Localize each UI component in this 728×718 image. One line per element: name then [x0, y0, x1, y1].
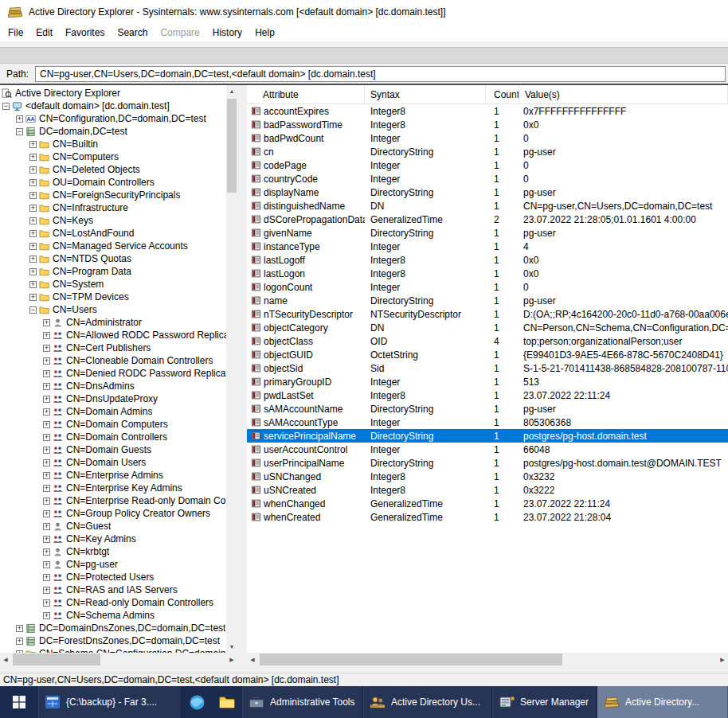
attribute-row[interactable]: badPasswordTimeInteger810x0: [247, 118, 728, 131]
expand-icon[interactable]: +: [43, 383, 50, 390]
scroll-up-icon[interactable]: ▲: [226, 85, 237, 97]
attribute-row[interactable]: lastLogoffInteger810x0: [247, 253, 728, 267]
attribute-row[interactable]: objectClassOID4top;person;organizational…: [247, 334, 728, 348]
table-horizontal-scrollbar[interactable]: ◀ ▶: [247, 653, 728, 666]
attribute-row[interactable]: userPrincipalNameDirectoryString1postgre…: [247, 456, 728, 470]
tree-item[interactable]: +CN=Denied RODC Password Replication: [0, 367, 226, 380]
taskbar-far-button[interactable]: {C:\backup} - Far 3....: [38, 686, 182, 718]
scrollbar-track[interactable]: [11, 653, 226, 666]
attribute-row[interactable]: objectSidSid1S-1-5-21-701411438-86858482…: [247, 361, 728, 375]
column-header-count[interactable]: Count: [486, 85, 519, 103]
tree-item[interactable]: +CN=Keys: [0, 214, 226, 227]
menu-search[interactable]: Search: [111, 25, 154, 41]
expand-icon[interactable]: +: [43, 345, 50, 352]
attribute-row[interactable]: countryCodeInteger10: [247, 172, 728, 185]
tree-item[interactable]: +CN=Key Admins: [0, 533, 226, 545]
vertical-scrollbar-thumb[interactable]: [227, 99, 237, 193]
horizontal-scrollbar-thumb[interactable]: [13, 654, 100, 665]
expand-icon[interactable]: +: [43, 587, 50, 594]
column-header-attribute[interactable]: Attribute: [247, 85, 365, 103]
scroll-left-icon[interactable]: ◀: [0, 654, 11, 665]
collapse-icon[interactable]: −: [16, 128, 23, 135]
menu-history[interactable]: History: [206, 25, 249, 41]
tree-vertical-scrollbar[interactable]: ▲ ▼: [226, 85, 237, 653]
expand-icon[interactable]: +: [29, 166, 37, 174]
tree-item[interactable]: +CN=krbtgt: [0, 545, 226, 558]
expand-icon[interactable]: +: [43, 523, 50, 530]
attribute-row[interactable]: nameDirectoryString1pg-user: [247, 294, 728, 307]
menu-favorites[interactable]: Favorites: [59, 25, 111, 41]
attribute-row[interactable]: lastLogonInteger810x0: [247, 267, 728, 280]
attribute-row[interactable]: logonCountInteger10: [247, 280, 728, 294]
expand-icon[interactable]: +: [43, 574, 50, 581]
taskbar-server-manager-button[interactable]: Server Manager: [492, 686, 597, 718]
expand-icon[interactable]: +: [16, 115, 23, 123]
expand-icon[interactable]: +: [43, 561, 50, 568]
tree-item[interactable]: +CN=Enterprise Read-only Domain Cont: [0, 494, 226, 507]
column-header-syntax[interactable]: Syntax: [365, 85, 486, 103]
attribute-row[interactable]: givenNameDirectoryString1pg-user: [247, 226, 728, 240]
tree-item[interactable]: +CN=Administrator: [0, 316, 226, 329]
menu-help[interactable]: Help: [249, 25, 281, 41]
attribute-row[interactable]: codePageInteger10: [247, 158, 728, 172]
expand-icon[interactable]: +: [43, 421, 50, 428]
tree-item[interactable]: +CN=LostAndFound: [0, 227, 226, 240]
tree-item[interactable]: +CN=pg-user: [0, 558, 226, 571]
expand-icon[interactable]: +: [43, 396, 50, 403]
attribute-row[interactable]: nTSecurityDescriptorNTSecurityDescriptor…: [247, 307, 728, 321]
attribute-row[interactable]: userAccountControlInteger166048: [247, 443, 728, 456]
column-header-values[interactable]: Value(s): [519, 85, 728, 103]
attribute-row[interactable]: dSCorePropagationDataGeneralizedTime223.…: [247, 213, 728, 226]
attribute-row[interactable]: uSNChangedInteger810x3232: [247, 470, 728, 483]
panel-splitter[interactable]: [237, 85, 247, 666]
horizontal-scrollbar-thumb[interactable]: [260, 654, 562, 665]
tree-item[interactable]: +CN=Read-only Domain Controllers: [0, 596, 226, 609]
attribute-row[interactable]: displayNameDirectoryString1pg-user: [247, 185, 728, 199]
tree-item[interactable]: +AACN=Configuration,DC=domain,DC=test: [0, 112, 226, 125]
tree-item[interactable]: +CN=NTDS Quotas: [0, 252, 226, 265]
menu-file[interactable]: File: [2, 25, 29, 41]
tree-item[interactable]: +CN=Guest: [0, 520, 226, 533]
taskbar-file-explorer-button[interactable]: [212, 686, 242, 718]
attribute-row[interactable]: distinguishedNameDN1CN=pg-user,CN=Users,…: [247, 199, 728, 213]
tree-item[interactable]: +CN=Domain Users: [0, 456, 226, 469]
expand-icon[interactable]: +: [43, 472, 50, 479]
expand-icon[interactable]: +: [43, 612, 50, 619]
scroll-right-icon[interactable]: ▶: [717, 654, 728, 665]
expand-icon[interactable]: +: [29, 141, 37, 148]
tree-item[interactable]: +CN=Domain Controllers: [0, 431, 226, 443]
expand-icon[interactable]: +: [43, 599, 50, 607]
tree-item[interactable]: +CN=Domain Admins: [0, 405, 226, 418]
attribute-row[interactable]: cnDirectoryString1pg-user: [247, 145, 728, 158]
tree-item[interactable]: +CN=Domain Guests: [0, 443, 226, 456]
expand-icon[interactable]: +: [29, 192, 37, 199]
path-input[interactable]: [35, 66, 726, 82]
expand-icon[interactable]: +: [43, 447, 50, 454]
expand-icon[interactable]: +: [16, 638, 23, 645]
attribute-row[interactable]: primaryGroupIDInteger1513: [247, 375, 728, 388]
attribute-row[interactable]: sAMAccountTypeInteger1805306368: [247, 416, 728, 429]
tree-item[interactable]: +DC=DomainDnsZones,DC=domain,DC=test: [0, 622, 226, 634]
tree-item[interactable]: +CN=Enterprise Key Admins: [0, 482, 226, 494]
expand-icon[interactable]: +: [29, 205, 37, 212]
expand-icon[interactable]: +: [29, 294, 37, 301]
scroll-down-icon[interactable]: ▼: [226, 641, 237, 653]
tree-item[interactable]: +CN=Computers: [0, 150, 226, 163]
tree-item[interactable]: +CN=Enterprise Admins: [0, 469, 226, 482]
expand-icon[interactable]: +: [43, 434, 50, 441]
expand-icon[interactable]: +: [29, 243, 37, 250]
tree-item[interactable]: +CN=Allowed RODC Password Replicatio: [0, 329, 226, 341]
tree-horizontal-scrollbar[interactable]: ◀ ▶: [0, 653, 237, 666]
tree-item[interactable]: +CN=Program Data: [0, 265, 226, 278]
attribute-row[interactable]: instanceTypeInteger14: [247, 240, 728, 253]
tree-item[interactable]: +CN=Group Policy Creator Owners: [0, 507, 226, 520]
expand-icon[interactable]: +: [43, 319, 50, 326]
expand-icon[interactable]: +: [29, 217, 37, 224]
taskbar-ad-users-button[interactable]: Active Directory Us...: [363, 686, 492, 718]
attribute-row[interactable]: uSNCreatedInteger810x3222: [247, 483, 728, 497]
tree-item[interactable]: +CN=DnsAdmins: [0, 380, 226, 392]
tree-item[interactable]: +CN=Schema Admins: [0, 609, 226, 622]
attribute-row[interactable]: accountExpiresInteger810x7FFFFFFFFFFFFFF…: [247, 104, 728, 118]
collapse-icon[interactable]: −: [29, 306, 37, 314]
expand-icon[interactable]: +: [43, 536, 50, 543]
